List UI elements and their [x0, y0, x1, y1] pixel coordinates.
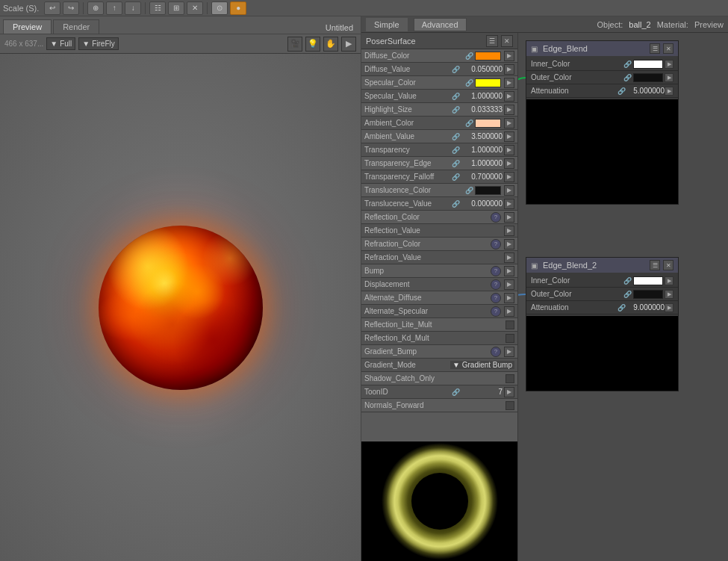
link-icon-transparency: 🔗 — [452, 146, 460, 154]
prop-menu-ambient-color[interactable]: ▶ — [504, 118, 514, 128]
prop-menu-reflection-value[interactable]: ▶ — [504, 226, 514, 236]
link-icon-diffuse-value: 🔗 — [452, 66, 460, 73]
prop-translucence-value: Translucence_Value 🔗 0.000000 ▶ — [361, 197, 517, 211]
prop-menu-specular-color[interactable]: ▶ — [504, 78, 514, 88]
node-prop-attenuation-1: Attenuation 🔗 5.000000 ▶ — [526, 84, 678, 98]
prop-menu-refraction-value[interactable]: ▶ — [504, 252, 514, 263]
prop-diffuse-value: Diffuse_Value 🔗 0.050000 ▶ — [361, 63, 517, 76]
prop-menu-alternate-diffuse[interactable]: ▶ — [504, 293, 514, 303]
node-edge-blend-2-menu[interactable]: ☰ — [650, 260, 660, 270]
toolbar-btn-list[interactable]: ☷ — [149, 1, 166, 15]
prop-menu-highlight-size[interactable]: ▶ — [504, 105, 514, 115]
link-icon-specular-value: 🔗 — [452, 93, 460, 100]
prop-menu-transparency-edge[interactable]: ▶ — [504, 158, 514, 169]
node-color-outer-1[interactable] — [633, 73, 663, 82]
toolbar-btn-circle[interactable]: ⊙ — [211, 1, 228, 15]
node-menu-inner-color-1[interactable]: ▶ — [665, 60, 673, 69]
material-label: Material: — [657, 20, 688, 29]
question-icon-alt-specular[interactable]: ? — [491, 306, 501, 317]
surface-close-btn[interactable]: ✕ — [501, 35, 513, 47]
prop-menu-gradient-bump[interactable]: ▶ — [504, 347, 514, 357]
question-icon-displacement[interactable]: ? — [491, 279, 501, 290]
node-edge-blend-1-close[interactable]: ✕ — [663, 43, 673, 54]
tab-preview[interactable]: Preview — [3, 19, 52, 34]
ball-texture — [99, 226, 263, 390]
prop-name-shadow-catch-only: Shadow_Catch_Only — [364, 374, 505, 382]
prop-name-toonid: ToonID — [364, 388, 452, 396]
node-edge-blend-1-header[interactable]: ▣ Edge_Blend ☰ ✕ — [526, 41, 678, 56]
color-swatch-ambient[interactable] — [475, 119, 501, 128]
light-icon-btn[interactable]: 💡 — [305, 37, 320, 52]
prop-name-alternate-diffuse: Alternate_Diffuse — [364, 294, 491, 302]
move-icon-btn[interactable]: ✋ — [323, 37, 338, 52]
node-link-inner-color-1: 🔗 — [623, 61, 632, 68]
question-icon-bump[interactable]: ? — [491, 266, 501, 276]
prop-menu-refraction-color[interactable]: ▶ — [504, 239, 514, 249]
check-reflection-kd-mult[interactable] — [505, 334, 514, 343]
node-menu-outer-color-2[interactable]: ▶ — [665, 290, 673, 299]
toolbar-btn-add[interactable]: ⊕ — [87, 1, 104, 15]
question-icon-reflection-color[interactable]: ? — [491, 212, 501, 223]
prop-menu-translucence-color[interactable]: ▶ — [504, 185, 514, 196]
prop-menu-transparency-falloff[interactable]: ▶ — [504, 172, 514, 182]
node-link-attenuation-2: 🔗 — [617, 304, 626, 312]
surface-preview — [361, 441, 517, 561]
prop-refraction-value: Refraction_Value ▶ — [361, 251, 517, 264]
tab-simple[interactable]: Simple — [366, 18, 408, 31]
prop-menu-reflection-color[interactable]: ▶ — [504, 212, 514, 223]
play-icon-btn[interactable]: ▶ — [341, 37, 356, 52]
node-menu-outer-color-1[interactable]: ▶ — [665, 73, 673, 82]
tab-advanced[interactable]: Advanced — [414, 18, 467, 31]
surface-menu-btn[interactable]: ☰ — [486, 35, 498, 47]
prop-menu-transparency[interactable]: ▶ — [504, 145, 514, 155]
toolbar-btn-down[interactable]: ↓ — [125, 1, 141, 15]
prop-reflection-value: Reflection_Value ▶ — [361, 224, 517, 238]
link-icon-diffuse-color: 🔗 — [465, 52, 473, 60]
check-normals-forward[interactable] — [505, 401, 514, 410]
prop-menu-alternate-specular[interactable]: ▶ — [504, 306, 514, 317]
toolbar-btn-undo[interactable]: ↩ — [44, 1, 60, 15]
question-icon-gradient-bump[interactable]: ? — [491, 347, 501, 357]
prop-menu-diffuse-color[interactable]: ▶ — [504, 51, 514, 61]
prop-normals-forward: Normals_Forward — [361, 399, 517, 412]
prop-menu-displacement[interactable]: ▶ — [504, 279, 514, 290]
question-icon-alt-diffuse[interactable]: ? — [491, 293, 501, 303]
renderer-dropdown[interactable]: ▼ FireFly — [78, 37, 118, 50]
prop-val-diffuse-value: 0.050000 — [461, 65, 503, 73]
camera-icon-btn[interactable]: 🎥 — [287, 37, 302, 52]
node-color-inner-2[interactable] — [633, 276, 663, 285]
node-menu-inner-color-2[interactable]: ▶ — [665, 276, 673, 285]
node-menu-attenuation-2[interactable]: ▶ — [665, 303, 673, 312]
toolbar-btn-up[interactable]: ↑ — [106, 1, 122, 15]
node-edge-blend-2-title: Edge_Blend_2 — [543, 261, 647, 270]
toolbar-btn-close[interactable]: ✕ — [187, 1, 203, 15]
tab-render[interactable]: Render — [53, 19, 99, 34]
question-icon-refraction-color[interactable]: ? — [491, 239, 501, 249]
check-reflection-lite-mult[interactable] — [505, 320, 514, 329]
node-edge-blend-1-menu[interactable]: ☰ — [650, 43, 660, 54]
dropdown-gradient-mode[interactable]: ▼ Gradient Bump — [450, 361, 514, 369]
node-color-inner-1[interactable] — [633, 60, 663, 69]
separator-3 — [207, 2, 208, 14]
prop-menu-toonid[interactable]: ▶ — [504, 387, 514, 397]
toolbar-btn-dot[interactable]: ● — [230, 1, 246, 15]
color-swatch-diffuse[interactable] — [475, 52, 501, 61]
object-label: Object: — [597, 20, 623, 29]
node-menu-attenuation-1[interactable]: ▶ — [665, 87, 673, 96]
color-swatch-translucence[interactable] — [475, 186, 501, 195]
prop-menu-bump[interactable]: ▶ — [504, 266, 514, 276]
prop-menu-specular-value[interactable]: ▶ — [504, 91, 514, 102]
prop-menu-translucence-value[interactable]: ▶ — [504, 199, 514, 209]
prop-menu-diffuse-value[interactable]: ▶ — [504, 64, 514, 75]
node-color-outer-2[interactable] — [633, 290, 663, 299]
color-swatch-specular[interactable] — [475, 78, 501, 87]
prop-name-transparency: Transparency — [364, 146, 452, 154]
prop-menu-ambient-value[interactable]: ▶ — [504, 131, 514, 142]
node-edge-blend-2-close[interactable]: ✕ — [663, 260, 673, 270]
view-mode-dropdown[interactable]: ▼ Full — [46, 37, 75, 50]
check-shadow-catch-only[interactable] — [505, 374, 514, 383]
viewport-controls: 466 x 637... ▼ Full ▼ FireFly 🎥 💡 ✋ ▶ — [0, 34, 361, 54]
node-edge-blend-2-header[interactable]: ▣ Edge_Blend_2 ☰ ✕ — [526, 258, 678, 273]
toolbar-btn-redo[interactable]: ↪ — [63, 1, 79, 15]
toolbar-btn-grid[interactable]: ⊞ — [168, 1, 184, 15]
